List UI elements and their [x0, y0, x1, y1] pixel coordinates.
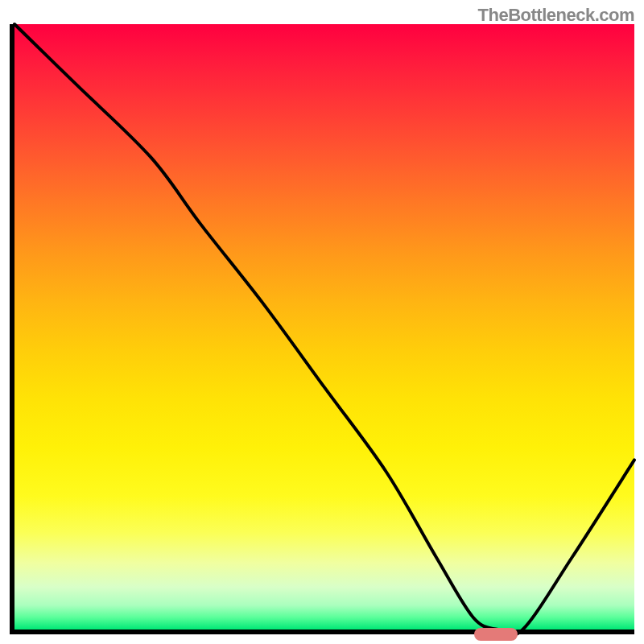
watermark-text: TheBottleneck.com: [478, 5, 634, 26]
curve-layer: [14, 24, 634, 630]
plot-area: [10, 24, 634, 634]
optimal-marker: [474, 628, 518, 641]
bottleneck-curve: [14, 24, 634, 635]
chart-container: TheBottleneck.com: [0, 0, 644, 644]
